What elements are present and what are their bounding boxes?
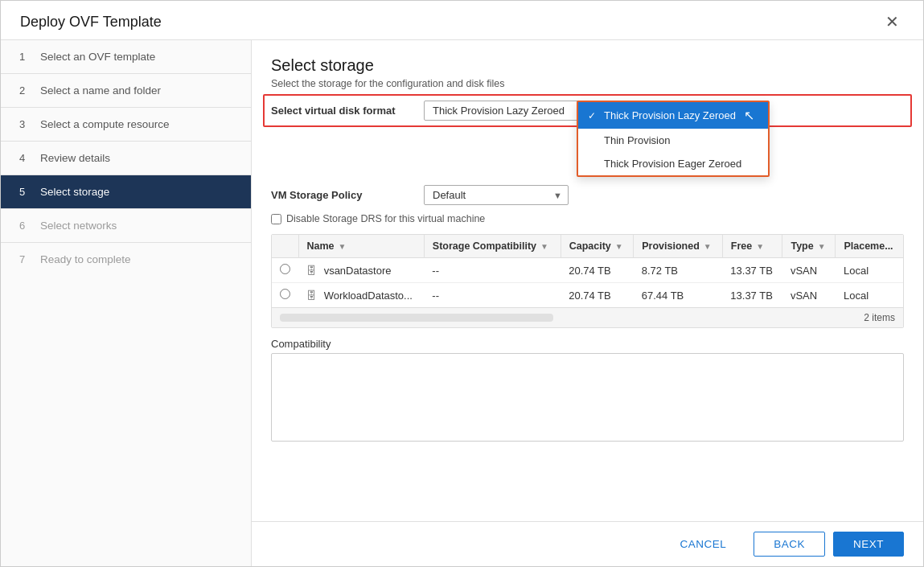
virtual-disk-dropdown-menu[interactable]: ✓ Thick Provision Lazy Zeroed ↖ Thin Pro… [577,101,770,177]
col-free-label: Free [731,240,752,252]
content-inner: Select storage Select the storage for th… [252,40,923,521]
modal-overlay: Deploy OVF Template ✕ 1 Select an OVF te… [0,0,924,567]
sidebar-item-label-7: Ready to complete [40,253,131,265]
storage-policy-select-wrap: Default Datastore Default ▼ [424,185,569,205]
table-row[interactable]: 🗄 vsanDatastore -- 20.74 TB 8.72 TB 13.3… [272,258,903,283]
col-storage-compat-label: Storage Compatibility [433,240,536,252]
section-title: Select storage [271,56,904,75]
modal-footer: CANCEL BACK NEXT [252,521,923,566]
sidebar-item-label-1: Select an OVF template [40,51,155,63]
storage-compat-filter-icon[interactable]: ▼ [540,242,548,251]
cancel-button[interactable]: CANCEL [660,532,745,556]
row2-radio-cell [272,283,298,308]
modal-header: Deploy OVF Template ✕ [1,1,923,40]
type-filter-icon[interactable]: ▼ [818,242,826,251]
row2-radio[interactable] [280,289,290,299]
item-count: 2 items [864,312,895,323]
virtual-disk-format-control: Thick Provision Lazy Zeroed Thin Provisi… [424,101,594,121]
capacity-filter-icon[interactable]: ▼ [615,242,623,251]
row1-placement-cell: Local [836,258,903,283]
row2-type-cell: vSAN [782,283,836,308]
dropdown-option-label-3: Thick Provision Eager Zeroed [604,158,741,170]
sidebar-item-review-details[interactable]: 4 Review details [1,142,251,175]
modal-title: Deploy OVF Template [20,14,162,31]
step-num-6: 6 [19,220,32,232]
cursor-icon: ↖ [744,108,754,123]
free-filter-icon[interactable]: ▼ [756,242,764,251]
row2-provisioned-cell: 67.44 TB [634,283,723,308]
col-capacity-label: Capacity [569,240,611,252]
sidebar-item-name-folder[interactable]: 2 Select a name and folder [1,74,251,107]
col-name-label: Name [307,240,335,252]
disable-drs-label: Disable Storage DRS for this virtual mac… [286,213,485,224]
row2-compat-cell: -- [424,283,561,308]
row1-type-cell: vSAN [782,258,836,283]
row2-placement-cell: Local [836,283,903,308]
step-num-2: 2 [19,84,32,97]
col-type-label: Type [791,240,813,252]
compatibility-section: Compatibility [271,338,904,442]
sidebar-item-label-5: Select storage [40,186,109,198]
col-placement: Placeme... [836,235,903,258]
provisioned-filter-icon[interactable]: ▼ [704,242,712,251]
step-num-1: 1 [19,51,32,63]
close-button[interactable]: ✕ [881,12,904,31]
table-footer: 2 items [272,307,903,327]
row1-name: vsanDatastore [324,265,392,277]
virtual-disk-format-select[interactable]: Thick Provision Lazy Zeroed Thin Provisi… [424,101,594,121]
col-provisioned-label: Provisioned [642,240,700,252]
vm-storage-policy-label: VM Storage Policy [271,189,424,201]
datastore-table: Name ▼ Storage Compatibility ▼ [272,235,903,307]
compatibility-box [271,353,904,442]
col-placement-label: Placeme... [844,240,893,252]
storage-policy-select[interactable]: Default Datastore Default [424,185,569,205]
vm-storage-policy-row: VM Storage Policy Default Datastore Defa… [271,185,904,205]
datastore-icon-2: 🗄 [306,290,317,302]
sidebar: 1 Select an OVF template 2 Select a name… [1,40,252,566]
datastore-table-wrap: Name ▼ Storage Compatibility ▼ [271,234,904,328]
row1-capacity-cell: 20.74 TB [561,258,634,283]
horizontal-scrollbar[interactable] [280,314,553,322]
modal-body: 1 Select an OVF template 2 Select a name… [1,40,923,566]
step-num-4: 4 [19,152,32,164]
row1-free-cell: 13.37 TB [722,258,782,283]
disable-drs-checkbox[interactable] [271,214,281,224]
row1-name-cell: 🗄 vsanDatastore [298,258,424,283]
row2-capacity-cell: 20.74 TB [561,283,634,308]
step-num-5: 5 [19,186,32,198]
col-capacity: Capacity ▼ [561,235,634,258]
back-button[interactable]: BACK [754,532,825,557]
dropdown-option-thick-lazy[interactable]: ✓ Thick Provision Lazy Zeroed ↖ [578,102,768,129]
sidebar-item-label-3: Select a compute resource [40,118,170,130]
table-row[interactable]: 🗄 WorkloadDatasto... -- 20.74 TB 67.44 T… [272,283,903,308]
step-num-7: 7 [19,253,32,265]
dropdown-option-thin[interactable]: Thin Provision [578,129,768,152]
col-type: Type ▼ [782,235,836,258]
row1-compat-cell: -- [424,258,561,283]
sidebar-item-compute-resource[interactable]: 3 Select a compute resource [1,108,251,141]
content-area: Select storage Select the storage for th… [252,40,923,566]
sidebar-item-label-4: Review details [40,152,110,164]
col-radio [272,235,298,258]
row1-radio[interactable] [280,264,290,274]
sidebar-item-select-storage: 5 Select storage [1,175,251,208]
sidebar-item-ready-to-complete: 7 Ready to complete [1,243,251,276]
virtual-disk-format-row: Select virtual disk format Thick Provisi… [271,101,904,121]
col-free: Free ▼ [722,235,782,258]
name-filter-icon[interactable]: ▼ [339,242,347,251]
row2-name-cell: 🗄 WorkloadDatasto... [298,283,424,308]
col-storage-compat: Storage Compatibility ▼ [424,235,561,258]
step-num-3: 3 [19,118,32,130]
section-subtitle: Select the storage for the configuration… [271,78,904,89]
virtual-disk-format-label: Select virtual disk format [271,105,424,117]
dropdown-option-label-2: Thin Provision [604,134,670,146]
row1-provisioned-cell: 8.72 TB [634,258,723,283]
sidebar-item-select-networks: 6 Select networks [1,209,251,242]
row1-radio-cell [272,258,298,283]
dropdown-option-thick-eager[interactable]: Thick Provision Eager Zeroed [578,152,768,175]
compatibility-label: Compatibility [271,338,904,350]
datastore-icon-1: 🗄 [306,265,317,277]
sidebar-item-ovf-template[interactable]: 1 Select an OVF template [1,40,251,73]
next-button[interactable]: NEXT [833,532,904,557]
disable-drs-row: Disable Storage DRS for this virtual mac… [271,213,904,224]
